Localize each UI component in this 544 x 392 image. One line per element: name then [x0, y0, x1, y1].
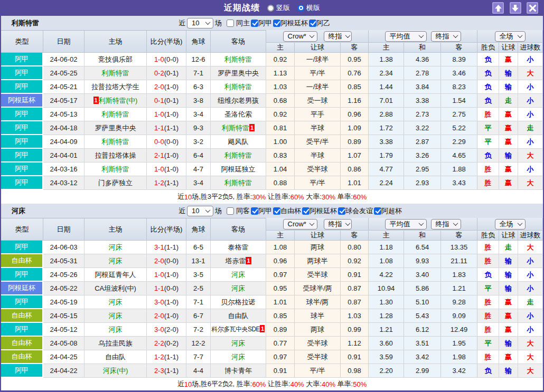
- home-team-cell: 拉普拉塔体操: [85, 149, 147, 162]
- chevron-down-icon: [205, 20, 211, 25]
- chevron-down-icon: [309, 221, 314, 226]
- column-subheader-5: 和: [404, 43, 441, 53]
- filter-checkbox-3[interactable]: 阿根廷杯: [273, 18, 308, 28]
- filter-checkbox-2[interactable]: 阿甲: [251, 18, 272, 28]
- asian-odds-cell: 半球: [295, 149, 341, 162]
- odds-source-select[interactable]: Crow*: [283, 31, 317, 42]
- odds-stage-select[interactable]: 终指: [324, 31, 352, 42]
- filter-checkbox-1[interactable]: 同主: [227, 18, 250, 28]
- checkbox-checked-icon[interactable]: [338, 207, 345, 215]
- radio-vertical-layout[interactable]: 竖版: [267, 3, 290, 13]
- checkbox-checked-icon[interactable]: [302, 207, 309, 215]
- result-cell: 小: [518, 94, 543, 108]
- filter-checkbox-1[interactable]: 同客: [227, 206, 250, 216]
- checkbox-checked-icon[interactable]: [374, 207, 381, 215]
- halftime-score: (1-0): [164, 312, 179, 320]
- result-cell: 赢: [499, 135, 518, 149]
- fulltime-score: 1-0: [154, 110, 164, 118]
- team-name: 河床: [12, 206, 25, 216]
- euro-source-select[interactable]: 平均值: [385, 219, 427, 230]
- result-cell: 大: [518, 350, 543, 364]
- asian-odds-cell: 0.97: [266, 350, 295, 364]
- euro-odds-cell: 1.38: [369, 53, 404, 66]
- euro-odds-cell: 2.73: [404, 108, 441, 121]
- euro-odds-cell: 7.01: [369, 94, 404, 108]
- euro-source-select[interactable]: 平均值: [385, 31, 427, 42]
- euro-odds-cell: 3.40: [404, 268, 441, 282]
- match-count-select-value: 10: [192, 207, 199, 215]
- team-label: 利斯特雷: [224, 83, 252, 91]
- asian-odds-cell: 0.91: [266, 364, 295, 378]
- column-header-home: 主场: [85, 218, 147, 241]
- filter-checkbox-5[interactable]: 球会友谊: [338, 206, 373, 216]
- title-bar: 近期战绩 竖版 横版: [1, 0, 543, 16]
- odds-stage-select-value: 终指: [329, 219, 342, 229]
- odds-stage-select[interactable]: 终指: [324, 219, 352, 230]
- checkbox-checked-icon[interactable]: [251, 20, 258, 27]
- result-cell: 输: [499, 337, 518, 350]
- match-count-select[interactable]: 10: [187, 18, 213, 28]
- filter-checkbox-3[interactable]: 自由杯: [273, 206, 301, 216]
- filter-checkbox-4[interactable]: 阿乙: [309, 18, 330, 28]
- euro-stage-select[interactable]: 终指: [431, 31, 461, 42]
- fulltime-score: 3-0: [154, 326, 164, 333]
- scope-select[interactable]: 全场: [495, 31, 526, 42]
- checkbox-checked-icon[interactable]: [273, 207, 280, 215]
- away-team-cell: 罗萨里奥中央: [211, 66, 266, 80]
- score-cell: 1-0(1-0): [147, 108, 186, 121]
- move-up-button[interactable]: [492, 2, 504, 14]
- asian-odds-cell: 一/球半: [295, 80, 341, 94]
- filter-checkbox-4[interactable]: 阿根廷杯: [302, 206, 337, 216]
- table-row: 阿甲24-04-22河床(中)2-3(1-1)4-4博卡青年0.91平/半0.9…: [1, 364, 543, 378]
- euro-odds-cell: 1.98: [441, 350, 477, 364]
- euro-stage-select[interactable]: 终指: [431, 219, 461, 230]
- result-cell: 小: [518, 309, 543, 323]
- asian-odds-cell: 一/球半: [295, 53, 341, 66]
- match-count-select[interactable]: 10: [187, 206, 213, 216]
- corner-cell: 13-1: [186, 254, 211, 268]
- euro-odds-cell: 12.49: [441, 323, 477, 337]
- close-button[interactable]: [527, 2, 538, 14]
- move-down-button[interactable]: [510, 2, 521, 14]
- team-label: 河床: [109, 243, 123, 251]
- table-row: 阿甲24-06-02竞技俱乐部1-0(0-0)12-6利斯特雷0.92一/球半0…: [1, 53, 543, 66]
- result-cell: 赢: [499, 121, 518, 135]
- asian-odds-cell: 0.86: [341, 162, 369, 176]
- scope-select[interactable]: 全场: [495, 219, 526, 230]
- table-row: 阿甲24-03-16利斯特雷1-0(1-0)4-7阿根廷独立1.04受半球0.8…: [1, 162, 543, 176]
- asian-odds-cell: 0.95: [266, 282, 295, 295]
- chevron-down-icon: [345, 33, 350, 38]
- team-label: 河床: [109, 312, 123, 320]
- result-cell: 胜: [477, 295, 499, 309]
- filter-checkbox-2[interactable]: 阿甲: [251, 206, 272, 216]
- halftime-score: (1-1): [164, 243, 179, 251]
- column-subheader-9: 进球数: [518, 43, 543, 53]
- scope-group-header: 全场: [477, 30, 543, 43]
- radio-button-icon[interactable]: [297, 5, 304, 12]
- result-cell: 赢: [499, 176, 518, 190]
- corner-cell: 7-7: [186, 350, 211, 364]
- filter-suffix-label: 场: [215, 206, 222, 216]
- result-cell: 赢: [499, 309, 518, 323]
- checkbox-unchecked-icon[interactable]: [227, 207, 234, 215]
- match-date-cell: 24-06-03: [43, 241, 85, 254]
- section-header: 河床近10场同客阿甲自由杯阿根廷杯球会友谊阿超杯: [1, 204, 543, 218]
- away-team-cell: 利斯特雷: [211, 149, 266, 162]
- filter-suffix-label: 场: [215, 18, 222, 28]
- match-date-cell: 24-05-26: [43, 268, 85, 282]
- checkbox-checked-icon[interactable]: [273, 20, 280, 27]
- checkbox-unchecked-icon[interactable]: [227, 20, 234, 27]
- table-row: 阿甲24-05-21拉普拉塔大学生2-0(1-0)6-3利斯特雷1.03一/球半…: [1, 80, 543, 94]
- filter-checkbox-6[interactable]: 阿超杯: [374, 206, 402, 216]
- team-label: 拉普拉塔大学生: [91, 83, 139, 91]
- checkbox-checked-icon[interactable]: [309, 20, 316, 27]
- halftime-score: (1-0): [164, 110, 179, 118]
- asian-odds-cell: 0.96: [266, 254, 295, 268]
- filter-checkbox-label: 阿根廷杯: [280, 18, 308, 28]
- summary-row: 近10场,胜3平2负5, 胜率:30% 让胜率:60% 大率:30% 单率:60…: [1, 190, 543, 204]
- radio-horizontal-layout[interactable]: 横版: [297, 3, 320, 13]
- checkbox-checked-icon[interactable]: [251, 207, 258, 215]
- result-cell: 小: [518, 108, 543, 121]
- radio-button-icon[interactable]: [267, 5, 274, 12]
- odds-source-select[interactable]: Crow*: [283, 219, 317, 230]
